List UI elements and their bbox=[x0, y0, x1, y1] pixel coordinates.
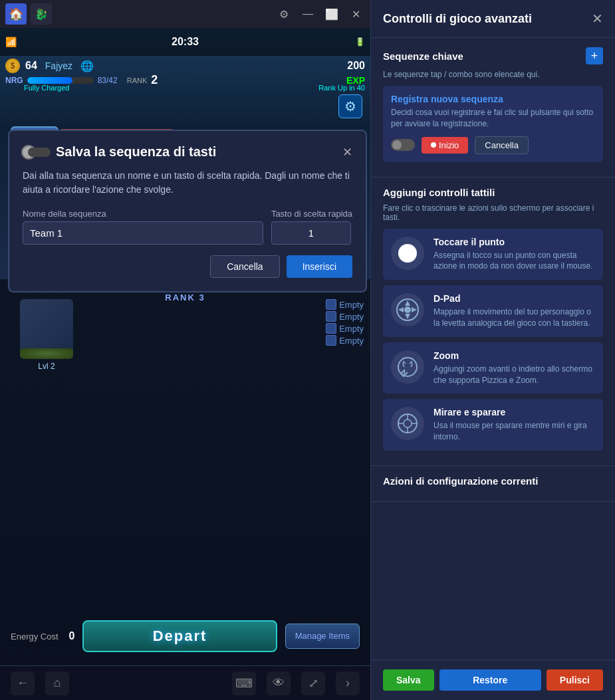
cancella-button[interactable]: Cancella bbox=[475, 136, 529, 154]
key-sequences-header: Sequenze chiave + bbox=[383, 47, 603, 64]
current-actions-header: Azioni di configurazione correnti bbox=[383, 475, 603, 487]
next-btn[interactable]: › bbox=[336, 671, 360, 695]
depart-button[interactable]: Depart bbox=[82, 620, 277, 652]
back-control-btn[interactable]: ← bbox=[11, 671, 35, 695]
tactile-controls-title: Aggiungi controlli tattili bbox=[383, 187, 603, 198]
aim-icon bbox=[391, 407, 424, 440]
inicio-button[interactable]: Inizio bbox=[422, 137, 468, 154]
svg-point-9 bbox=[404, 419, 412, 427]
slot-box-1 bbox=[326, 299, 336, 310]
svg-marker-5 bbox=[412, 307, 417, 312]
rank-up-text: Rank Up in 40 bbox=[318, 84, 365, 92]
game-top-bar: 📶 20:33 🔋 bbox=[0, 28, 370, 56]
game-gear-button[interactable]: ⚙ bbox=[338, 94, 362, 118]
keyboard-btn[interactable]: ⌨ bbox=[232, 671, 256, 695]
manage-items-button[interactable]: Manage Items bbox=[285, 624, 360, 649]
slot-text-3: Empty bbox=[339, 324, 364, 334]
name-field-group: Nome della sequenza bbox=[23, 209, 263, 245]
nrg-value: 83/42 bbox=[98, 76, 118, 85]
shortcut-input[interactable] bbox=[271, 221, 351, 245]
dialog-close-button[interactable]: ✕ bbox=[342, 145, 352, 160]
svg-marker-3 bbox=[405, 314, 410, 319]
sequence-name-input[interactable] bbox=[23, 221, 263, 245]
tactile-controls-desc: Fare clic o trascinare le azioni sullo s… bbox=[383, 203, 603, 222]
panel-header: Controlli di gioco avanzati ✕ bbox=[371, 0, 615, 38]
panel-actions: Salva Restore Pulisci bbox=[371, 659, 615, 700]
window-controls: ⚙ — ⬜ ✕ bbox=[275, 5, 365, 23]
insert-button[interactable]: Inserisci bbox=[287, 255, 352, 278]
dpad-info: D-Pad Mappare il movimento del tuo perso… bbox=[433, 293, 595, 329]
record-desc: Decidi cosa vuoi registrare e fai clic s… bbox=[391, 107, 595, 130]
slot-4: Empty bbox=[326, 335, 364, 346]
cancel-button[interactable]: Cancella bbox=[210, 255, 279, 278]
game-area: 🏠 🐉 ⚙ — ⬜ ✕ 📶 20:33 🔋 $ 64 Fajyez 🌐 200 … bbox=[0, 0, 370, 700]
wifi-icon: 📶 bbox=[5, 37, 17, 47]
aim-item[interactable]: Mirare e sparare Usa il mouse per sparar… bbox=[383, 399, 603, 451]
touch-point-item[interactable]: Toccare il punto Assegna il tocco su un … bbox=[383, 229, 603, 281]
bottom-controls: ← ⌂ ⌨ 👁 ⤢ › bbox=[0, 665, 370, 700]
minimize-btn[interactable]: — bbox=[299, 5, 317, 23]
rec-toggle[interactable] bbox=[391, 139, 415, 151]
game-time: 20:33 bbox=[172, 36, 199, 48]
coin-count: 64 bbox=[25, 60, 37, 72]
add-sequence-button[interactable]: + bbox=[586, 47, 603, 64]
eye-btn[interactable]: 👁 bbox=[267, 671, 291, 695]
dialog-description: Dai alla tua sequenza un nome e un tasto… bbox=[23, 169, 352, 197]
slot-box-3 bbox=[326, 323, 336, 334]
key-sequences-desc: Le sequenze tap / combo sono elencate qu… bbox=[383, 70, 603, 79]
dpad-item[interactable]: D-Pad Mappare il movimento del tuo perso… bbox=[383, 285, 603, 337]
aim-desc: Usa il mouse per sparare mentre miri e g… bbox=[433, 420, 595, 443]
touch-point-desc: Assegna il tocco su un punto con questa … bbox=[433, 250, 595, 273]
slot-1: Empty bbox=[326, 299, 364, 310]
zoom-item[interactable]: Zoom Aggiungi zoom avanti o indietro all… bbox=[383, 342, 603, 394]
svg-marker-2 bbox=[405, 300, 410, 306]
save-dialog: Salva la sequenza di tasti ✕ Dai alla tu… bbox=[8, 130, 367, 292]
slot-text-2: Empty bbox=[339, 312, 364, 322]
dialog-fields: Nome della sequenza Tasto di scelta rapi… bbox=[23, 209, 352, 245]
slot-3: Empty bbox=[326, 323, 364, 334]
panel-close-button[interactable]: ✕ bbox=[592, 11, 603, 27]
record-card: Registra nuova sequenza Decidi cosa vuoi… bbox=[383, 86, 603, 162]
right-panel: Controlli di gioco avanzati ✕ Sequenze c… bbox=[370, 0, 615, 700]
zoom-desc: Aggiungi zoom avanti o indietro allo sch… bbox=[433, 364, 595, 386]
aim-info: Mirare e sparare Usa il mouse per sparar… bbox=[433, 407, 595, 443]
record-link[interactable]: Registra nuova sequenza bbox=[391, 94, 595, 104]
shortcut-field-group: Tasto di scelta rapida bbox=[271, 209, 352, 245]
character-area: Lvl 2 bbox=[20, 299, 73, 371]
home-control-btn[interactable]: ⌂ bbox=[45, 671, 69, 695]
zoom-icon bbox=[391, 350, 424, 384]
pulisci-button[interactable]: Pulisci bbox=[547, 669, 603, 691]
character-image bbox=[20, 299, 73, 359]
touch-point-icon bbox=[391, 237, 424, 270]
character-base bbox=[20, 348, 73, 359]
dialog-toggle[interactable] bbox=[23, 146, 51, 158]
depart-area: Energy Cost 0 Depart Manage Items bbox=[0, 620, 370, 652]
home-icon[interactable]: 🏠 bbox=[5, 3, 27, 25]
maximize-btn[interactable]: ⬜ bbox=[322, 5, 341, 23]
expand-btn[interactable]: ⤢ bbox=[301, 671, 325, 695]
energy-val: 0 bbox=[69, 630, 75, 642]
zoom-info: Zoom Aggiungi zoom avanti o indietro all… bbox=[433, 350, 595, 386]
touch-point-info: Toccare il punto Assegna il tocco su un … bbox=[433, 237, 595, 273]
score-count: 200 bbox=[347, 60, 365, 72]
battery-icon: 🔋 bbox=[355, 37, 365, 47]
tactile-controls-header: Aggiungi controlli tattili bbox=[383, 187, 603, 198]
inicio-dot bbox=[431, 142, 436, 148]
slot-box-4 bbox=[326, 335, 336, 346]
svg-point-0 bbox=[398, 244, 417, 263]
restore-button[interactable]: Restore bbox=[439, 669, 541, 691]
svg-marker-4 bbox=[398, 307, 404, 312]
game-icon[interactable]: 🐉 bbox=[31, 3, 52, 25]
rank-label: RANK bbox=[127, 76, 148, 84]
action-buttons-row: Salva Restore Pulisci bbox=[383, 669, 603, 691]
inicio-label: Inizio bbox=[439, 140, 459, 150]
dialog-header: Salva la sequenza di tasti ✕ bbox=[23, 144, 352, 160]
settings-btn[interactable]: ⚙ bbox=[275, 5, 293, 23]
salva-button[interactable]: Salva bbox=[383, 669, 434, 691]
dialog-title: Salva la sequenza di tasti bbox=[56, 144, 337, 160]
toggle-track bbox=[28, 148, 51, 157]
record-controls: Inizio Cancella bbox=[391, 136, 595, 154]
close-btn[interactable]: ✕ bbox=[346, 5, 365, 23]
touch-point-name: Toccare il punto bbox=[433, 237, 595, 247]
svg-point-6 bbox=[404, 306, 411, 313]
